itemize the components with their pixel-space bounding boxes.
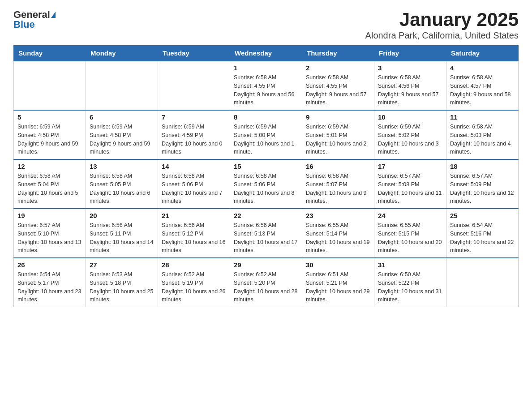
day-number: 11 <box>450 113 515 121</box>
day-info: Sunrise: 6:56 AMSunset: 5:12 PMDaylight:… <box>162 221 226 255</box>
calendar-day-empty <box>14 61 86 110</box>
day-info: Sunrise: 6:59 AMSunset: 5:02 PMDaylight:… <box>378 123 442 156</box>
day-info: Sunrise: 6:52 AMSunset: 5:19 PMDaylight:… <box>162 270 226 304</box>
calendar-week-row: 26Sunrise: 6:54 AMSunset: 5:17 PMDayligh… <box>14 258 519 307</box>
day-number: 9 <box>306 113 370 121</box>
day-info: Sunrise: 6:51 AMSunset: 5:21 PMDaylight:… <box>306 270 370 304</box>
calendar-day-18: 18Sunrise: 6:57 AMSunset: 5:09 PMDayligh… <box>446 159 519 209</box>
calendar-day-9: 9Sunrise: 6:59 AMSunset: 5:01 PMDaylight… <box>302 110 374 159</box>
day-number: 8 <box>234 113 298 121</box>
calendar-day-11: 11Sunrise: 6:58 AMSunset: 5:03 PMDayligh… <box>446 110 519 159</box>
day-info: Sunrise: 6:59 AMSunset: 4:58 PMDaylight:… <box>90 123 154 156</box>
calendar-day-31: 31Sunrise: 6:50 AMSunset: 5:22 PMDayligh… <box>374 258 446 307</box>
calendar-day-30: 30Sunrise: 6:51 AMSunset: 5:21 PMDayligh… <box>302 258 374 307</box>
day-number: 19 <box>17 212 82 219</box>
calendar-day-5: 5Sunrise: 6:59 AMSunset: 4:58 PMDaylight… <box>14 110 86 159</box>
day-number: 30 <box>306 261 370 269</box>
day-info: Sunrise: 6:58 AMSunset: 4:56 PMDaylight:… <box>378 73 442 107</box>
day-info: Sunrise: 6:50 AMSunset: 5:22 PMDaylight:… <box>378 270 442 304</box>
day-info: Sunrise: 6:58 AMSunset: 5:07 PMDaylight:… <box>306 172 370 206</box>
calendar-week-row: 12Sunrise: 6:58 AMSunset: 5:04 PMDayligh… <box>14 159 519 209</box>
calendar-table: SundayMondayTuesdayWednesdayThursdayFrid… <box>13 45 519 307</box>
calendar-day-17: 17Sunrise: 6:57 AMSunset: 5:08 PMDayligh… <box>374 159 446 209</box>
logo: General Blue <box>13 9 56 30</box>
calendar-day-15: 15Sunrise: 6:58 AMSunset: 5:06 PMDayligh… <box>230 159 302 209</box>
day-info: Sunrise: 6:58 AMSunset: 4:55 PMDaylight:… <box>234 73 298 107</box>
day-info: Sunrise: 6:52 AMSunset: 5:20 PMDaylight:… <box>234 270 298 304</box>
day-number: 12 <box>17 163 82 170</box>
calendar-day-1: 1Sunrise: 6:58 AMSunset: 4:55 PMDaylight… <box>230 61 302 110</box>
calendar-day-21: 21Sunrise: 6:56 AMSunset: 5:12 PMDayligh… <box>158 209 230 258</box>
calendar-day-10: 10Sunrise: 6:59 AMSunset: 5:02 PMDayligh… <box>374 110 446 159</box>
day-info: Sunrise: 6:58 AMSunset: 4:55 PMDaylight:… <box>306 73 370 107</box>
day-number: 25 <box>450 212 515 219</box>
day-number: 7 <box>162 113 226 121</box>
day-info: Sunrise: 6:57 AMSunset: 5:09 PMDaylight:… <box>450 172 515 206</box>
day-info: Sunrise: 6:55 AMSunset: 5:15 PMDaylight:… <box>378 221 442 255</box>
calendar-day-22: 22Sunrise: 6:56 AMSunset: 5:13 PMDayligh… <box>230 209 302 258</box>
day-number: 23 <box>306 212 370 219</box>
day-number: 15 <box>234 163 298 170</box>
day-info: Sunrise: 6:58 AMSunset: 5:04 PMDaylight:… <box>17 172 82 206</box>
page-header: General Blue January 2025 Alondra Park, … <box>13 9 519 41</box>
logo-triangle-icon <box>51 12 56 18</box>
calendar-header-row: SundayMondayTuesdayWednesdayThursdayFrid… <box>14 46 519 61</box>
day-info: Sunrise: 6:54 AMSunset: 5:17 PMDaylight:… <box>17 270 82 304</box>
day-number: 31 <box>378 261 442 269</box>
calendar-day-27: 27Sunrise: 6:53 AMSunset: 5:18 PMDayligh… <box>86 258 158 307</box>
calendar-day-12: 12Sunrise: 6:58 AMSunset: 5:04 PMDayligh… <box>14 159 86 209</box>
column-header-sunday: Sunday <box>14 46 86 61</box>
calendar-day-3: 3Sunrise: 6:58 AMSunset: 4:56 PMDaylight… <box>374 61 446 110</box>
day-number: 3 <box>378 64 442 72</box>
day-number: 28 <box>162 261 226 269</box>
day-number: 5 <box>17 113 82 121</box>
day-number: 27 <box>90 261 154 269</box>
column-header-saturday: Saturday <box>446 46 519 61</box>
day-number: 24 <box>378 212 442 219</box>
day-number: 20 <box>90 212 154 219</box>
calendar-week-row: 1Sunrise: 6:58 AMSunset: 4:55 PMDaylight… <box>14 61 519 110</box>
column-header-tuesday: Tuesday <box>158 46 230 61</box>
day-info: Sunrise: 6:56 AMSunset: 5:11 PMDaylight:… <box>90 221 154 255</box>
day-number: 1 <box>234 64 298 72</box>
calendar-day-8: 8Sunrise: 6:59 AMSunset: 5:00 PMDaylight… <box>230 110 302 159</box>
calendar-day-empty <box>86 61 158 110</box>
calendar-subtitle: Alondra Park, California, United States <box>365 30 519 41</box>
calendar-day-13: 13Sunrise: 6:58 AMSunset: 5:05 PMDayligh… <box>86 159 158 209</box>
calendar-day-14: 14Sunrise: 6:58 AMSunset: 5:06 PMDayligh… <box>158 159 230 209</box>
day-number: 13 <box>90 163 154 170</box>
day-info: Sunrise: 6:53 AMSunset: 5:18 PMDaylight:… <box>90 270 154 304</box>
calendar-day-24: 24Sunrise: 6:55 AMSunset: 5:15 PMDayligh… <box>374 209 446 258</box>
day-info: Sunrise: 6:58 AMSunset: 5:06 PMDaylight:… <box>234 172 298 206</box>
day-number: 21 <box>162 212 226 219</box>
day-info: Sunrise: 6:59 AMSunset: 4:58 PMDaylight:… <box>17 123 82 156</box>
calendar-day-6: 6Sunrise: 6:59 AMSunset: 4:58 PMDaylight… <box>86 110 158 159</box>
calendar-day-23: 23Sunrise: 6:55 AMSunset: 5:14 PMDayligh… <box>302 209 374 258</box>
calendar-day-29: 29Sunrise: 6:52 AMSunset: 5:20 PMDayligh… <box>230 258 302 307</box>
day-number: 22 <box>234 212 298 219</box>
calendar-day-19: 19Sunrise: 6:57 AMSunset: 5:10 PMDayligh… <box>14 209 86 258</box>
day-info: Sunrise: 6:58 AMSunset: 4:57 PMDaylight:… <box>450 73 515 107</box>
calendar-day-7: 7Sunrise: 6:59 AMSunset: 4:59 PMDaylight… <box>158 110 230 159</box>
day-info: Sunrise: 6:55 AMSunset: 5:14 PMDaylight:… <box>306 221 370 255</box>
column-header-friday: Friday <box>374 46 446 61</box>
day-number: 4 <box>450 64 515 72</box>
day-info: Sunrise: 6:54 AMSunset: 5:16 PMDaylight:… <box>450 221 515 255</box>
calendar-day-4: 4Sunrise: 6:58 AMSunset: 4:57 PMDaylight… <box>446 61 519 110</box>
calendar-day-empty <box>446 258 519 307</box>
day-info: Sunrise: 6:57 AMSunset: 5:08 PMDaylight:… <box>378 172 442 206</box>
day-number: 6 <box>90 113 154 121</box>
calendar-day-26: 26Sunrise: 6:54 AMSunset: 5:17 PMDayligh… <box>14 258 86 307</box>
day-number: 17 <box>378 163 442 170</box>
calendar-day-25: 25Sunrise: 6:54 AMSunset: 5:16 PMDayligh… <box>446 209 519 258</box>
day-number: 29 <box>234 261 298 269</box>
day-info: Sunrise: 6:59 AMSunset: 5:00 PMDaylight:… <box>234 123 298 156</box>
day-info: Sunrise: 6:59 AMSunset: 4:59 PMDaylight:… <box>162 123 226 156</box>
day-number: 26 <box>17 261 82 269</box>
day-number: 14 <box>162 163 226 170</box>
calendar-week-row: 19Sunrise: 6:57 AMSunset: 5:10 PMDayligh… <box>14 209 519 258</box>
title-block: January 2025 Alondra Park, California, U… <box>365 9 519 41</box>
day-info: Sunrise: 6:57 AMSunset: 5:10 PMDaylight:… <box>17 221 82 255</box>
day-info: Sunrise: 6:58 AMSunset: 5:03 PMDaylight:… <box>450 123 515 156</box>
day-number: 2 <box>306 64 370 72</box>
